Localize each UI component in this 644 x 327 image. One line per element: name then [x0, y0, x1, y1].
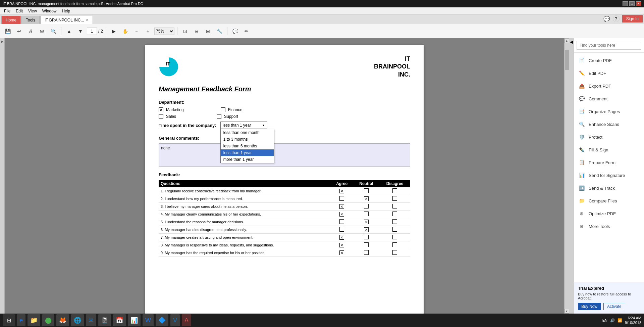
- select-tool-button[interactable]: ▶: [109, 26, 119, 36]
- scroll-down[interactable]: ▼: [565, 309, 569, 314]
- rotate-button[interactable]: ⊞: [203, 26, 213, 36]
- checkbox-sales[interactable]: Sales: [159, 114, 176, 119]
- agree-cell[interactable]: ✕: [330, 241, 353, 249]
- neutral-checkbox[interactable]: [364, 188, 369, 193]
- disagree-checkbox[interactable]: [392, 250, 397, 255]
- page-number-input[interactable]: [87, 28, 97, 35]
- option-1[interactable]: less than one month: [221, 129, 274, 136]
- checkbox-marketing[interactable]: ✕ Marketing: [159, 107, 184, 112]
- save-button[interactable]: 💾: [3, 26, 13, 36]
- search-button[interactable]: 🔍: [48, 26, 58, 36]
- neutral-checkbox[interactable]: ✕: [364, 196, 369, 201]
- neutral-cell[interactable]: ✕: [353, 195, 379, 203]
- menu-view[interactable]: View: [25, 8, 40, 14]
- disagree-cell[interactable]: [379, 211, 410, 218]
- sales-checkbox[interactable]: [159, 114, 163, 119]
- disagree-checkbox[interactable]: [392, 188, 397, 193]
- taskbar-ie[interactable]: e: [17, 314, 25, 326]
- tool-item-send-for-signature[interactable]: 📊Send for Signature: [574, 169, 644, 182]
- neutral-checkbox[interactable]: ✕: [364, 227, 369, 232]
- tool-item-comment[interactable]: 💬Comment: [574, 92, 644, 105]
- agree-checkbox[interactable]: ✕: [339, 250, 344, 255]
- neutral-cell[interactable]: [353, 187, 379, 195]
- taskbar-teams[interactable]: 🔷: [156, 314, 168, 326]
- buy-now-button[interactable]: Buy Now: [578, 303, 601, 310]
- menu-file[interactable]: File: [1, 8, 13, 14]
- zoom-in-button[interactable]: ＋: [143, 26, 153, 36]
- pdf-area[interactable]: IT IT BRAINPOOL INC. Management Feedback…: [5, 38, 564, 314]
- taskbar-visio[interactable]: V: [170, 314, 180, 326]
- taskbar-outlook[interactable]: 📅: [113, 314, 126, 326]
- neutral-checkbox[interactable]: ✕: [364, 220, 369, 224]
- agree-checkbox[interactable]: [339, 196, 344, 201]
- zoom-select[interactable]: 75% 100% 125% 150%: [154, 28, 174, 35]
- agree-checkbox[interactable]: ✕: [339, 212, 344, 217]
- taskbar-powerpoint[interactable]: 📊: [128, 314, 141, 326]
- option-2[interactable]: 1 to 3 months: [221, 136, 274, 143]
- agree-cell[interactable]: ✕: [330, 203, 353, 211]
- sign-in-button[interactable]: Sign In: [622, 15, 643, 22]
- agree-cell[interactable]: [330, 195, 353, 203]
- neutral-checkbox[interactable]: [364, 204, 369, 208]
- tools-search-input[interactable]: [577, 41, 641, 50]
- chat-icon[interactable]: 💬: [603, 16, 610, 22]
- checkbox-finance[interactable]: Finance: [221, 107, 243, 112]
- tab-tools[interactable]: Tools: [21, 16, 40, 24]
- email-button[interactable]: ✉: [37, 26, 47, 36]
- disagree-cell[interactable]: [379, 203, 410, 211]
- neutral-cell[interactable]: [353, 211, 379, 218]
- tab-home[interactable]: Home: [1, 16, 21, 24]
- time-dropdown[interactable]: less than 1 year ▼: [220, 122, 267, 129]
- agree-cell[interactable]: ✕: [330, 211, 353, 218]
- tool-item-enhance-scans[interactable]: 🔍Enhance Scans: [574, 118, 644, 131]
- scroll-up[interactable]: ▲: [565, 38, 569, 43]
- neutral-cell[interactable]: ✕: [353, 226, 379, 234]
- disagree-checkbox[interactable]: [392, 227, 397, 232]
- close-button[interactable]: ✕: [636, 1, 641, 6]
- markup-button[interactable]: ✏: [241, 26, 252, 36]
- agree-checkbox[interactable]: ✕: [339, 204, 344, 209]
- tool-item-create-pdf[interactable]: 📄Create PDF: [574, 54, 644, 67]
- disagree-cell[interactable]: [379, 234, 410, 241]
- neutral-cell[interactable]: [353, 249, 379, 257]
- scroll-track[interactable]: [565, 43, 569, 309]
- taskbar-word[interactable]: W: [143, 314, 154, 326]
- neutral-checkbox[interactable]: [364, 242, 369, 247]
- checkbox-support[interactable]: Support: [217, 114, 238, 119]
- marketing-checkbox[interactable]: ✕: [159, 107, 163, 112]
- disagree-checkbox[interactable]: [392, 242, 397, 247]
- right-panel-collapse[interactable]: ◀: [569, 38, 574, 314]
- agree-checkbox[interactable]: ✕: [339, 243, 344, 247]
- help-icon[interactable]: ?: [613, 15, 620, 22]
- tool-item-edit-pdf[interactable]: ✏️Edit PDF: [574, 67, 644, 80]
- tab-close-icon[interactable]: ✕: [86, 18, 89, 22]
- tool-item-optimize-pdf[interactable]: ⊕Optimize PDF: [574, 207, 644, 220]
- start-button[interactable]: ⊞: [3, 314, 15, 326]
- menu-help[interactable]: Help: [59, 8, 73, 14]
- tool-item-export-pdf[interactable]: 📤Export PDF: [574, 80, 644, 92]
- tool-item-prepare-form[interactable]: 📋Prepare Form: [574, 156, 644, 169]
- left-panel-toggle[interactable]: ▶: [1, 40, 4, 43]
- taskbar-folder[interactable]: 📁: [28, 314, 40, 326]
- agree-checkbox[interactable]: [339, 227, 344, 232]
- option-5[interactable]: more than 1 year: [221, 156, 274, 163]
- option-3[interactable]: less than 6 months: [221, 143, 274, 149]
- comment-button[interactable]: 💬: [230, 26, 240, 36]
- disagree-cell[interactable]: [379, 249, 410, 257]
- disagree-checkbox[interactable]: [392, 212, 397, 216]
- disagree-cell[interactable]: [379, 187, 410, 195]
- general-text-area[interactable]: none: [159, 143, 410, 167]
- tool-item-send-&-track[interactable]: ➡️Send & Track: [574, 182, 644, 194]
- activate-button[interactable]: Activate: [603, 303, 625, 310]
- maximize-button[interactable]: □: [629, 1, 635, 6]
- agree-checkbox[interactable]: ✕: [339, 235, 344, 240]
- disagree-checkbox[interactable]: [392, 219, 397, 224]
- taskbar-earth[interactable]: 🌐: [71, 314, 84, 326]
- neutral-cell[interactable]: ✕: [353, 218, 379, 226]
- fit-page-button[interactable]: ⊡: [180, 26, 190, 36]
- hand-tool-button[interactable]: ✋: [120, 26, 130, 36]
- neutral-checkbox[interactable]: [364, 212, 369, 216]
- disagree-checkbox[interactable]: [392, 204, 397, 208]
- neutral-cell[interactable]: [353, 241, 379, 249]
- agree-cell[interactable]: ✕: [330, 249, 353, 257]
